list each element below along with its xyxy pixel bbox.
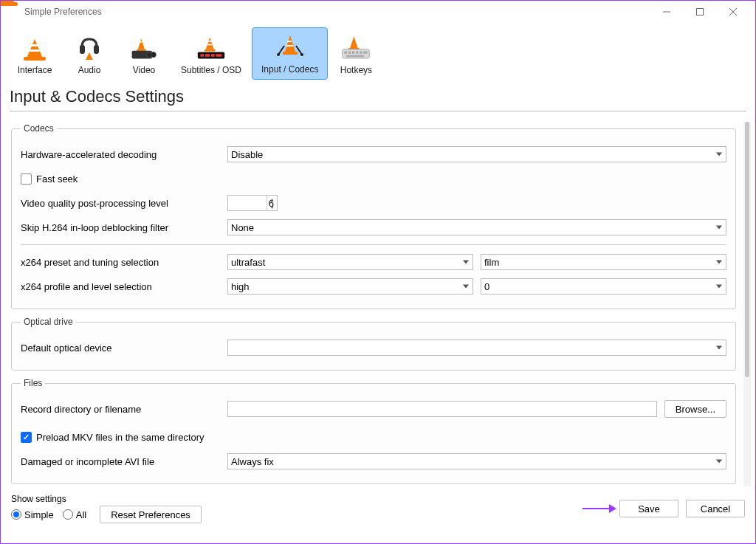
interface-icon [20,33,49,63]
video-icon [129,33,159,63]
page-title: Input & Codecs Settings [1,80,755,111]
optical-group: Optical drive Default optical device [11,317,736,371]
deblock-label: Skip H.264 in-loop deblocking filter [21,222,220,233]
category-tabs: Interface Audio Video Subtitles / OSD In… [1,23,755,80]
fast-seek-label: Fast seek [36,173,78,185]
x264-preset-label: x264 preset and tuning selection [21,257,220,268]
svg-rect-16 [207,44,212,46]
spinner-buttons[interactable]: ▲▼ [267,196,277,210]
svg-rect-33 [352,51,354,53]
codecs-legend: Codecs [21,123,57,134]
files-group: Files Record directory or filename Brows… [11,378,736,484]
tab-audio[interactable]: Audio [63,29,116,80]
input-codecs-icon [275,32,305,62]
default-optical-label: Default optical device [21,342,220,354]
audio-icon [75,33,104,63]
minimize-button[interactable] [650,1,683,23]
svg-rect-18 [200,54,204,57]
svg-rect-37 [346,55,364,58]
svg-rect-5 [94,45,99,54]
tab-subtitles[interactable]: Subtitles / OSD [172,29,250,80]
radio-simple[interactable]: Simple [11,509,54,520]
footer: Show settings Simple All Reset Preferenc… [1,486,755,529]
close-button[interactable] [716,1,749,23]
svg-point-27 [300,53,303,56]
svg-rect-31 [345,51,347,53]
hw-decoding-select[interactable]: Disable [227,146,726,162]
preload-mkv-checkbox[interactable]: Preload MKV files in the same directory [21,432,205,443]
svg-rect-36 [364,51,368,53]
arrow-annotation-icon [583,503,616,514]
svg-rect-25 [286,45,293,47]
settings-scroll-area: Codecs Hardware-accelerated decoding Dis… [1,117,743,486]
svg-rect-9 [140,41,142,43]
svg-rect-14 [205,49,216,52]
avi-select[interactable]: Always fix [227,453,726,469]
x264-profile-label: x264 profile and level selection [21,281,220,292]
tab-interface[interactable]: Interface [8,29,61,80]
record-dir-input[interactable] [227,401,657,417]
avi-label: Damaged or incomplete AVI file [21,456,220,467]
radio-all[interactable]: All [63,509,86,520]
subtitles-icon [196,33,226,63]
fast-seek-checkbox[interactable]: Fast seek [21,173,78,185]
show-settings-label: Show settings [11,494,202,504]
cancel-button[interactable]: Cancel [686,500,745,517]
svg-marker-13 [206,37,214,49]
x264-level-select[interactable]: 0 [481,278,726,295]
x264-preset-select[interactable]: ultrafast [227,254,473,270]
svg-point-12 [151,52,156,57]
svg-rect-24 [287,41,292,42]
svg-rect-23 [283,52,298,55]
svg-rect-15 [207,41,211,42]
deblock-select[interactable]: None [227,219,726,235]
svg-rect-32 [348,51,351,53]
reset-preferences-button[interactable]: Reset Preferences [100,506,202,523]
tab-label: Interface [18,65,52,75]
svg-rect-4 [80,45,85,54]
files-legend: Files [21,378,45,388]
tab-label: Hotkeys [340,65,372,75]
codecs-group: Codecs Hardware-accelerated decoding Dis… [11,123,736,309]
x264-profile-select[interactable]: high [227,278,473,295]
svg-point-26 [277,53,280,56]
svg-rect-1 [696,9,703,16]
tab-label: Video [133,65,155,75]
post-proc-label: Video quality post-processing level [21,198,220,209]
maximize-button[interactable] [683,1,716,23]
window-title: Simple Preferences [24,7,650,17]
preload-mkv-label: Preload MKV files in the same directory [36,432,205,443]
svg-rect-34 [356,51,358,53]
tab-label: Audio [78,65,101,75]
tab-hotkeys[interactable]: Hotkeys [329,29,382,80]
hotkeys-icon [341,33,371,63]
vlc-app-icon [7,6,18,18]
vertical-scrollbar[interactable] [743,122,751,486]
svg-marker-39 [609,504,616,513]
svg-rect-35 [360,51,362,53]
titlebar: Simple Preferences [1,1,755,23]
tab-label: Input / Codecs [261,64,318,75]
optical-legend: Optical drive [21,317,76,327]
title-divider [10,111,746,111]
svg-rect-21 [216,54,221,57]
svg-marker-6 [86,52,93,60]
record-dir-label: Record directory or filename [21,404,220,415]
svg-marker-22 [285,35,295,52]
tab-input-codecs[interactable]: Input / Codecs [252,27,328,80]
default-optical-select[interactable] [227,340,726,356]
save-button[interactable]: Save [619,500,678,517]
divider [21,244,726,245]
tab-video[interactable]: Video [117,29,171,80]
svg-marker-28 [351,36,358,48]
tab-label: Subtitles / OSD [181,65,241,75]
svg-rect-19 [205,54,210,57]
svg-marker-7 [138,38,145,49]
x264-tuning-select[interactable]: film [481,254,726,270]
browse-button[interactable]: Browse... [664,400,726,418]
hw-decoding-label: Hardware-accelerated decoding [21,149,220,160]
svg-rect-20 [211,54,215,57]
